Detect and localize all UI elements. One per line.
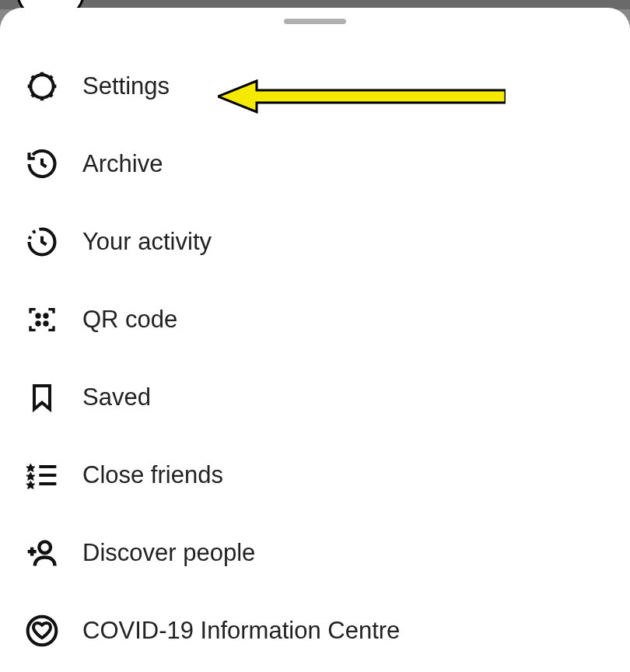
drag-handle[interactable] — [284, 19, 346, 24]
svg-point-3 — [37, 322, 40, 325]
menu-label: COVID-19 Information Centre — [82, 617, 400, 645]
bottom-sheet-menu: Settings Archive Your activity — [0, 8, 630, 672]
qr-icon — [23, 301, 61, 338]
menu-item-archive[interactable]: Archive — [0, 125, 630, 203]
menu-item-covid-info[interactable]: COVID-19 Information Centre — [0, 592, 630, 670]
menu-item-your-activity[interactable]: Your activity — [0, 203, 630, 281]
menu-item-discover-people[interactable]: Discover people — [0, 514, 630, 592]
bookmark-icon — [23, 379, 61, 416]
menu-label: QR code — [82, 306, 177, 334]
menu-label: Saved — [82, 383, 151, 411]
menu-item-close-friends[interactable]: Close friends — [0, 436, 630, 514]
menu-item-qr-code[interactable]: QR code — [0, 281, 630, 359]
menu-item-saved[interactable]: Saved — [0, 359, 630, 436]
star-list-icon — [23, 457, 61, 494]
menu-label: Discover people — [82, 539, 255, 567]
add-person-icon — [23, 534, 61, 572]
menu-label: Your activity — [82, 228, 212, 256]
svg-point-1 — [37, 314, 40, 317]
svg-point-2 — [44, 314, 47, 317]
svg-point-0 — [30, 75, 53, 97]
svg-point-8 — [39, 541, 51, 553]
gear-icon — [23, 68, 61, 105]
history-icon — [23, 145, 61, 183]
menu-label: Settings — [82, 72, 170, 100]
svg-point-11 — [28, 617, 57, 646]
activity-clock-icon — [23, 223, 61, 261]
menu-item-settings[interactable]: Settings — [0, 47, 630, 125]
menu-list: Settings Archive Your activity — [0, 47, 630, 670]
heart-badge-icon — [23, 612, 61, 649]
menu-label: Archive — [82, 150, 163, 178]
menu-label: Close friends — [82, 461, 223, 489]
svg-point-4 — [44, 322, 47, 325]
